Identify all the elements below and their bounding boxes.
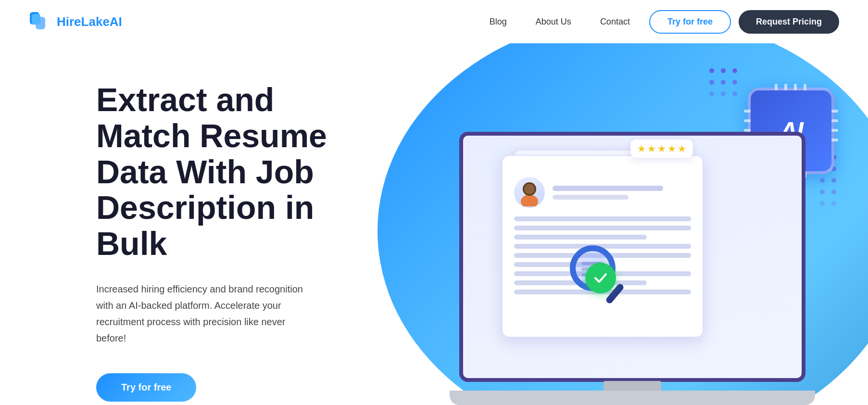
star-3: ★ [657, 143, 666, 154]
laptop-stand [604, 381, 661, 392]
laptop-screen: ★ ★ ★ ★ ★ [459, 132, 805, 382]
dots-decoration-top [709, 68, 748, 107]
hero-content: Extract and Match Resume Data With Job D… [0, 43, 375, 402]
nav-try-free-button[interactable]: Try for free [649, 10, 731, 34]
star-2: ★ [647, 143, 656, 154]
rating-badge: ★ ★ ★ ★ ★ [630, 139, 693, 158]
star-1: ★ [637, 143, 646, 154]
navbar: HireLakeAI Blog About Us Contact Try for… [0, 0, 868, 43]
nav-contact[interactable]: Contact [600, 17, 630, 27]
resume-header [514, 177, 691, 208]
candidate-avatar [514, 177, 545, 208]
resume-name-lines [553, 186, 691, 200]
logo-icon [29, 10, 52, 33]
hero-title: Extract and Match Resume Data With Job D… [96, 82, 375, 262]
logo-name-part1: HireLake [57, 14, 110, 29]
checkmark-badge [585, 263, 616, 293]
hero-illustration: AI ★ ★ ★ ★ [416, 59, 849, 405]
nav-request-pricing-button[interactable]: Request Pricing [739, 10, 839, 34]
resume-line-2 [514, 226, 691, 230]
svg-point-5 [524, 184, 535, 194]
resume-line-1 [514, 216, 691, 221]
nav-blog[interactable]: Blog [490, 17, 507, 27]
svg-point-3 [521, 195, 538, 206]
laptop-base [450, 391, 815, 405]
hero-try-free-button[interactable]: Try for free [96, 373, 196, 402]
logo-text: HireLakeAI [57, 14, 122, 29]
resume-card-primary: ★ ★ ★ ★ ★ [502, 155, 704, 338]
hero-subtitle: Increased hiring efficiency and brand re… [96, 281, 317, 346]
svg-rect-2 [32, 14, 40, 25]
resume-line-3 [514, 235, 647, 240]
nav-about[interactable]: About Us [536, 17, 571, 27]
logo-name-part2: AI [110, 14, 122, 29]
logo[interactable]: HireLakeAI [29, 10, 122, 33]
nav-links: Blog About Us Contact [490, 17, 630, 27]
hero-section: Extract and Match Resume Data With Job D… [0, 43, 868, 405]
star-4: ★ [667, 143, 676, 154]
star-5: ★ [678, 143, 686, 154]
